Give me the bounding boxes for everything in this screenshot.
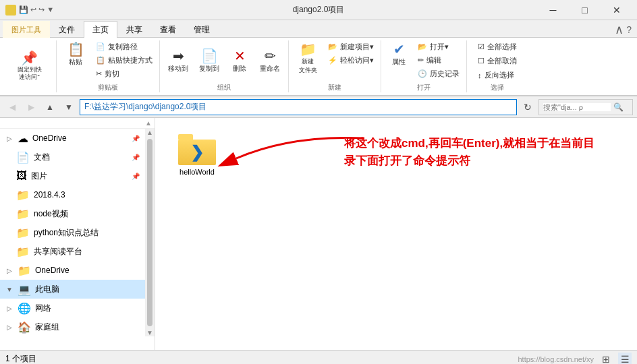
app-icon [5,5,16,16]
open-button[interactable]: 📂 打开▾ [415,40,462,53]
window-title: django2.0项目 [293,4,345,16]
sidebar-label-documents: 文档 [34,152,50,163]
organize-content: ➡ 移动到 📄 复制到 ✕ 删除 ✏ 重命名 [164,40,284,82]
tab-image-tools[interactable]: 图片工具 [3,21,50,38]
sidebar-top-controls: ▲ [0,118,155,129]
new-item-button[interactable]: 📂 新建项目▾ [325,40,377,53]
copy-button[interactable]: 📄 复制路径 [93,40,155,53]
tab-manage[interactable]: 管理 [185,21,219,38]
history-icon: 🕒 [418,69,427,78]
list-view-button[interactable]: ☰ [618,353,632,365]
forward-button[interactable]: ▶ [23,99,39,115]
delete-label: 删除 [233,64,246,73]
title-bar-left: 💾 ↩ ↪ ▼ [5,5,54,16]
back-button[interactable]: ◀ [4,99,20,115]
sidebar-item-network[interactable]: ▷ 🌐 网络 [0,299,145,317]
tab-view[interactable]: 查看 [151,21,185,38]
edit-icon: ✏ [418,56,424,65]
sidebar-label-pictures: 图片 [31,171,47,182]
sidebar-scroll-area: ▷ ☁ OneDrive 📌 📄 文档 📌 🖼 图片 📌 📁 [0,129,155,336]
scroll-down-arrow[interactable]: ▼ [146,329,153,336]
sidebar-item-node[interactable]: 📁 node视频 [0,204,145,223]
search-input[interactable] [543,103,611,111]
select-all-label: 全部选择 [487,42,517,52]
tab-file[interactable]: 文件 [50,21,84,38]
main-area: ▲ ▷ ☁ OneDrive 📌 📄 文档 📌 🖼 图片 � [0,118,637,350]
select-all-icon: ☑ [478,42,484,51]
address-input[interactable] [80,99,517,115]
copy-to-label: 复制到 [199,64,219,73]
easy-access-button[interactable]: ⚡ 轻松访问▾ [325,54,377,67]
help-icon[interactable]: ? [626,24,632,35]
sidebar-item-shared-reading[interactable]: 📁 共享阅读平台 [0,242,145,261]
open-icon: 📂 [418,42,427,51]
sidebar-label-homegroup: 家庭组 [35,322,59,333]
properties-button[interactable]: ✔ 属性 [385,40,412,69]
folder-icon-python: 📁 [16,226,30,239]
homegroup-icon: 🏠 [18,321,31,334]
sidebar-collapse-icon[interactable]: ▲ [145,119,152,127]
open-content: ✔ 属性 📂 打开▾ ✏ 编辑 🕒 历史记录 [385,40,462,82]
scroll-up-arrow[interactable]: ▲ [146,129,153,136]
refresh-button[interactable]: ↻ [520,99,536,115]
select-group-label: 选择 [491,83,504,92]
title-bar: 💾 ↩ ↪ ▼ django2.0项目 ─ □ ✕ [0,0,637,20]
file-area: ❯ helloWorld 将这个改成cmd,再回车(Enter),就相当于在当前… [155,118,637,350]
chevron-up-icon[interactable]: ∧ [615,22,624,37]
select-none-button[interactable]: ☐ 全部取消 [475,55,520,67]
up-button[interactable]: ▲ [42,99,58,115]
sidebar-item-documents[interactable]: 📄 文档 📌 [0,148,145,166]
ribbon-collapse-controls[interactable]: ∧ ? [219,22,637,37]
ribbon-tab-bar: 图片工具 文件 主页 共享 查看 管理 ∧ ? [0,20,637,38]
folder-name-helloworld: helloWorld [179,168,215,176]
sidebar-item-homegroup[interactable]: ▷ 🏠 家庭组 [0,317,145,336]
rename-button[interactable]: ✏ 重命名 [256,47,284,75]
sidebar-item-pictures[interactable]: 🖼 图片 📌 [0,166,145,185]
invert-selection-button[interactable]: ↕ 反向选择 [475,69,517,82]
item-count: 1 个项目 [5,353,36,364]
select-all-button[interactable]: ☑ 全部选择 [475,40,520,53]
pin-label: 固定到快速访问" [18,66,42,81]
scrollbar-thumb[interactable] [147,139,153,326]
sidebar-scrollbar[interactable]: ▲ ▼ [145,129,155,336]
window-controls[interactable]: ─ □ ✕ [538,0,632,20]
minimize-button[interactable]: ─ [538,0,568,20]
sidebar-label-onedrive2: OneDrive [35,266,70,275]
grid-view-button[interactable]: ⊞ [599,353,613,365]
folder-arrow-icon: ❯ [190,143,204,162]
delete-button[interactable]: ✕ 删除 [226,47,253,75]
ribbon-group-organize: ➡ 移动到 📄 复制到 ✕ 删除 ✏ 重命名 组织 [160,40,289,92]
sidebar-item-thispc[interactable]: ▼ 💻 此电脑 [0,280,145,299]
tab-home[interactable]: 主页 [84,21,117,38]
sidebar-item-python[interactable]: 📁 python知识点总结 [0,223,145,242]
close-button[interactable]: ✕ [601,0,632,20]
quickaccess-buttons: 📌 固定到快速访问" [13,40,46,91]
sidebar-label-node: node视频 [34,208,68,220]
sidebar-item-onedrive[interactable]: ▷ ☁ OneDrive 📌 [0,129,145,148]
ribbon-group-new: 📁 新建文件夹 📂 新建项目▾ ⚡ 轻松访问▾ 新建 [289,40,381,92]
edit-button[interactable]: ✏ 编辑 [415,54,462,67]
move-to-button[interactable]: ➡ 移动到 [164,47,192,75]
copy-to-button[interactable]: 📄 复制到 [195,47,223,75]
ribbon-group-clipboard: 📋 粘贴 📄 复制路径 📋 粘贴快捷方式 ✂ 剪切 剪贴板 [57,40,160,92]
sidebar-label-python: python知识点总结 [34,227,99,239]
sidebar-item-onedrive2[interactable]: ▷ 📁 OneDrive [0,261,145,280]
maximize-button[interactable]: □ [570,0,600,20]
clipboard-group-label: 剪贴板 [98,83,118,92]
properties-icon: ✔ [393,42,405,56]
history-button[interactable]: 🕒 历史记录 [415,67,462,80]
paste-button[interactable]: 📋 粘贴 [61,40,90,69]
pin-quickaccess-button[interactable]: 📌 固定到快速访问" [13,49,46,83]
sidebar-label-shared: 共享阅读平台 [34,246,82,257]
copy-icon: 📄 [96,42,105,51]
tab-share[interactable]: 共享 [117,21,151,38]
search-icon[interactable]: 🔍 [613,102,624,112]
folder-item-helloworld[interactable]: ❯ helloWorld [170,133,224,176]
recent-paths-button[interactable]: ▼ [61,99,77,115]
new-folder-button[interactable]: 📁 新建文件夹 [293,40,323,77]
status-bar: 1 个项目 https://blog.csdn.net/xy ⊞ ☰ [0,350,637,364]
sidebar-item-2018[interactable]: 📁 2018.4.3 [0,185,145,204]
easy-access-icon: ⚡ [328,56,337,65]
paste-shortcut-button[interactable]: 📋 粘贴快捷方式 [93,54,155,67]
cut-button[interactable]: ✂ 剪切 [93,67,155,80]
